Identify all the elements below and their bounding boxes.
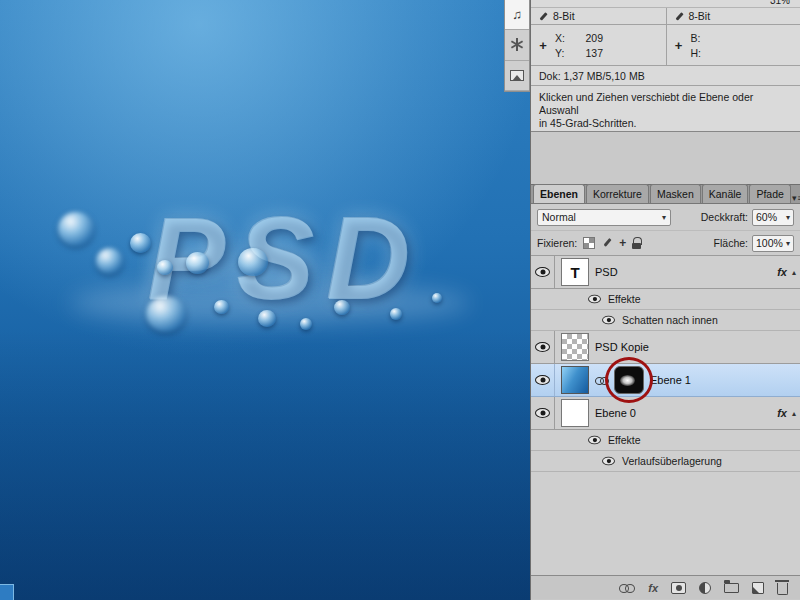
panel-menu-icon[interactable]: ▾≡ <box>792 193 800 203</box>
blend-mode-select[interactable]: Normal ▾ <box>537 209 671 226</box>
coordinates-row: + X: 209 Y: 137 + B: H: <box>531 25 800 65</box>
image-layer-thumbnail[interactable] <box>561 366 589 394</box>
lock-label: Fixieren: <box>537 237 577 249</box>
clipped-value: 31% <box>770 0 790 6</box>
document-size-row: Dok: 1,37 MB/5,10 MB <box>531 65 800 85</box>
image-icon <box>510 70 524 81</box>
new-layer-icon[interactable] <box>752 582 764 594</box>
lock-transparency-icon[interactable] <box>583 237 595 249</box>
tab-ebenen[interactable]: Ebenen <box>533 184 585 203</box>
panel-dock: ♫ <box>504 0 530 92</box>
size-crosshair-icon: + <box>673 38 685 53</box>
layer-name[interactable]: Ebene 1 <box>650 374 691 386</box>
layer-row-psd[interactable]: T PSD fx ▴ <box>531 256 800 289</box>
lock-buttons: + <box>583 236 641 250</box>
eye-icon[interactable] <box>602 316 615 325</box>
tab-korrekturen[interactable]: Korrekture <box>586 184 649 203</box>
eye-icon <box>535 342 550 352</box>
collapse-effects-icon[interactable]: ▴ <box>792 409 796 418</box>
eye-icon[interactable] <box>602 457 615 466</box>
effect-row-gradient-overlay[interactable]: Verlaufsüberlagerung <box>531 451 800 472</box>
chevron-down-icon: ▾ <box>786 213 790 222</box>
text-layer-thumbnail[interactable]: T <box>561 258 589 286</box>
dock-panel-button[interactable] <box>505 61 529 91</box>
layer-name[interactable]: PSD Kopie <box>595 341 649 353</box>
effects-header-row[interactable]: Effekte <box>531 430 800 451</box>
lock-pixels-icon[interactable] <box>601 237 613 249</box>
dock-panel-button[interactable]: ♫ <box>505 0 529 30</box>
bit-depth-left: 8-Bit <box>531 8 666 24</box>
eyedropper-icon <box>539 11 548 21</box>
add-layer-style-icon[interactable]: fx <box>648 582 658 594</box>
visibility-toggle[interactable] <box>531 256 555 288</box>
layer-style-controls: fx ▴ <box>777 266 800 278</box>
panel-column: 31% 8-Bit 8-Bit + X: 209 <box>530 0 800 600</box>
tab-masken[interactable]: Masken <box>650 184 701 203</box>
layer-name[interactable]: PSD <box>595 266 618 278</box>
bit-depth-value: 8-Bit <box>689 10 711 22</box>
opacity-label: Deckkraft: <box>701 211 748 223</box>
visibility-toggle[interactable] <box>531 397 555 429</box>
visibility-toggle[interactable] <box>531 331 555 363</box>
height-value <box>705 47 739 59</box>
layer-mask-container <box>614 366 644 394</box>
eye-icon <box>535 375 550 385</box>
layer-list: T PSD fx ▴ Effekte Schatten nach innen <box>531 256 800 575</box>
tool-hint-line2: in 45-Grad-Schritten. <box>539 117 792 130</box>
layer-row-ebene-0[interactable]: Ebene 0 fx ▴ <box>531 397 800 430</box>
fx-badge[interactable]: fx <box>777 407 787 419</box>
photoshop-window: PSD ♫ 31% <box>0 0 800 600</box>
layer-row-psd-kopie[interactable]: PSD Kopie <box>531 331 800 364</box>
document-canvas[interactable]: PSD <box>0 0 530 600</box>
white-layer-thumbnail[interactable] <box>561 399 589 427</box>
bit-depth-value: 8-Bit <box>553 10 575 22</box>
fill-input[interactable]: 100% ▾ <box>752 235 794 252</box>
tool-hint: Klicken und Ziehen verschiebt die Ebene … <box>531 85 800 130</box>
link-layers-icon[interactable] <box>619 583 635 592</box>
info-panel: 31% 8-Bit 8-Bit + X: 209 <box>531 0 800 132</box>
tab-kanaele[interactable]: Kanäle <box>702 184 749 203</box>
effects-header-row[interactable]: Effekte <box>531 289 800 310</box>
transparent-layer-thumbnail[interactable] <box>561 333 589 361</box>
layers-panel: Ebenen Korrekture Masken Kanäle Pfade ▾≡… <box>531 184 800 599</box>
adjustment-layer-icon[interactable] <box>699 582 711 594</box>
layer-row-ebene-1-selected[interactable]: Ebene 1 <box>531 364 800 397</box>
width-label: B: <box>691 32 705 44</box>
x-label: X: <box>555 32 569 44</box>
effects-label: Effekte <box>608 293 641 305</box>
add-layer-mask-icon[interactable] <box>671 582 686 594</box>
fx-badge[interactable]: fx <box>777 266 787 278</box>
text-layer-glyph: T <box>570 264 579 281</box>
move-crosshair-icon: + <box>537 38 549 53</box>
layers-bottom-bar: fx <box>531 575 800 599</box>
opacity-value: 60% <box>756 211 777 223</box>
layer-style-controls: fx ▴ <box>777 407 800 419</box>
eye-icon[interactable] <box>588 436 601 445</box>
panel-tab-bar: Ebenen Korrekture Masken Kanäle Pfade ▾≡ <box>531 184 800 204</box>
effect-row-inner-shadow[interactable]: Schatten nach innen <box>531 310 800 331</box>
snowflake-icon <box>516 38 518 51</box>
collapse-effects-icon[interactable]: ▴ <box>792 268 796 277</box>
height-label: H: <box>691 47 705 59</box>
new-group-icon[interactable] <box>724 583 739 593</box>
lock-fill-row: Fixieren: + Fläche: 100% ▾ <box>531 231 800 256</box>
visibility-toggle[interactable] <box>531 364 555 396</box>
chevron-down-icon: ▾ <box>662 213 666 222</box>
blend-opacity-row: Normal ▾ Deckkraft: 60% ▾ <box>531 204 800 231</box>
layer-name[interactable]: Ebene 0 <box>595 407 636 419</box>
lock-all-icon[interactable] <box>632 237 641 249</box>
bit-depth-row: 8-Bit 8-Bit <box>531 8 800 24</box>
lock-position-icon[interactable]: + <box>619 236 626 250</box>
document-size-text: Dok: 1,37 MB/5,10 MB <box>539 70 645 82</box>
opacity-input[interactable]: 60% ▾ <box>752 209 794 226</box>
effect-name: Schatten nach innen <box>622 314 718 326</box>
delete-layer-icon[interactable] <box>777 583 788 595</box>
mask-link-icon[interactable] <box>595 376 608 384</box>
eye-icon[interactable] <box>588 295 601 304</box>
layer-mask-thumbnail[interactable] <box>614 366 644 394</box>
cursor-position: + X: 209 Y: 137 <box>531 25 666 65</box>
tab-pfade[interactable]: Pfade <box>749 184 790 203</box>
dock-panel-button[interactable] <box>505 30 529 60</box>
tool-hint-line1: Klicken und Ziehen verschiebt die Ebene … <box>539 91 792 117</box>
panel-gap <box>531 132 800 184</box>
